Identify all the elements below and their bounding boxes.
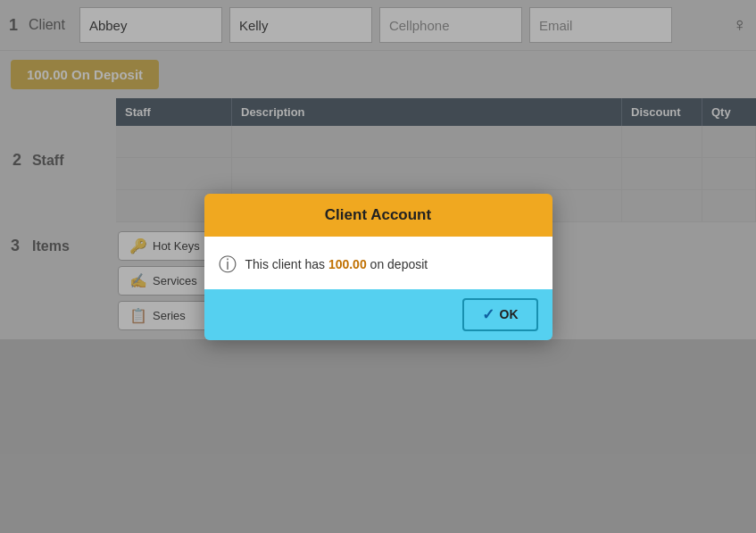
modal-amount: 100.00: [328, 257, 367, 271]
modal-message-prefix: This client has: [245, 257, 328, 271]
ok-label: OK: [500, 307, 519, 321]
modal-message-suffix: on deposit: [367, 257, 428, 271]
info-icon: ⓘ: [219, 253, 237, 277]
check-icon: ✓: [482, 305, 494, 324]
modal-title: Client Account: [204, 194, 552, 237]
modal-message: This client has 100.00 on deposit: [245, 257, 428, 271]
modal-overlay: Client Account ⓘ This client has 100.00 …: [0, 0, 756, 533]
client-account-modal: Client Account ⓘ This client has 100.00 …: [204, 194, 552, 340]
modal-body: ⓘ This client has 100.00 on deposit: [204, 237, 552, 289]
ok-button[interactable]: ✓ OK: [462, 298, 538, 331]
modal-footer: ✓ OK: [204, 289, 552, 340]
